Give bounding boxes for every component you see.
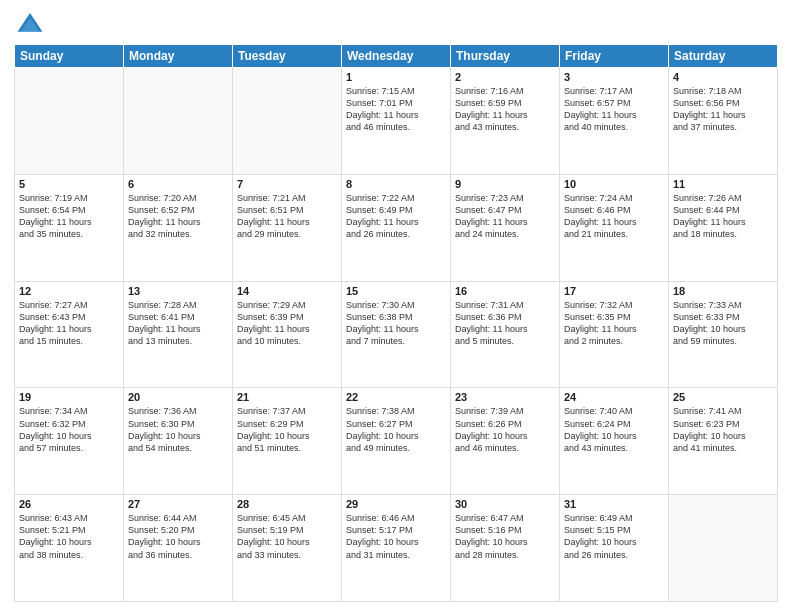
calendar-week-row: 19Sunrise: 7:34 AM Sunset: 6:32 PM Dayli… — [15, 388, 778, 495]
calendar-day-cell — [669, 495, 778, 602]
day-info: Sunrise: 6:49 AM Sunset: 5:15 PM Dayligh… — [564, 512, 664, 561]
calendar-day-cell: 23Sunrise: 7:39 AM Sunset: 6:26 PM Dayli… — [451, 388, 560, 495]
weekday-header: Wednesday — [342, 45, 451, 68]
weekday-header: Tuesday — [233, 45, 342, 68]
calendar-day-cell: 9Sunrise: 7:23 AM Sunset: 6:47 PM Daylig… — [451, 174, 560, 281]
calendar: SundayMondayTuesdayWednesdayThursdayFrid… — [14, 44, 778, 602]
day-number: 15 — [346, 285, 446, 297]
day-info: Sunrise: 6:43 AM Sunset: 5:21 PM Dayligh… — [19, 512, 119, 561]
day-number: 2 — [455, 71, 555, 83]
day-number: 13 — [128, 285, 228, 297]
calendar-day-cell: 1Sunrise: 7:15 AM Sunset: 7:01 PM Daylig… — [342, 68, 451, 175]
day-info: Sunrise: 7:31 AM Sunset: 6:36 PM Dayligh… — [455, 299, 555, 348]
day-info: Sunrise: 7:36 AM Sunset: 6:30 PM Dayligh… — [128, 405, 228, 454]
calendar-day-cell: 17Sunrise: 7:32 AM Sunset: 6:35 PM Dayli… — [560, 281, 669, 388]
day-number: 4 — [673, 71, 773, 83]
day-number: 16 — [455, 285, 555, 297]
calendar-day-cell: 13Sunrise: 7:28 AM Sunset: 6:41 PM Dayli… — [124, 281, 233, 388]
day-info: Sunrise: 7:17 AM Sunset: 6:57 PM Dayligh… — [564, 85, 664, 134]
day-number: 21 — [237, 391, 337, 403]
calendar-day-cell: 29Sunrise: 6:46 AM Sunset: 5:17 PM Dayli… — [342, 495, 451, 602]
calendar-day-cell: 31Sunrise: 6:49 AM Sunset: 5:15 PM Dayli… — [560, 495, 669, 602]
day-number: 11 — [673, 178, 773, 190]
calendar-day-cell: 30Sunrise: 6:47 AM Sunset: 5:16 PM Dayli… — [451, 495, 560, 602]
day-number: 22 — [346, 391, 446, 403]
day-info: Sunrise: 6:46 AM Sunset: 5:17 PM Dayligh… — [346, 512, 446, 561]
day-info: Sunrise: 7:33 AM Sunset: 6:33 PM Dayligh… — [673, 299, 773, 348]
calendar-week-row: 12Sunrise: 7:27 AM Sunset: 6:43 PM Dayli… — [15, 281, 778, 388]
day-info: Sunrise: 6:44 AM Sunset: 5:20 PM Dayligh… — [128, 512, 228, 561]
calendar-day-cell: 6Sunrise: 7:20 AM Sunset: 6:52 PM Daylig… — [124, 174, 233, 281]
day-number: 29 — [346, 498, 446, 510]
day-info: Sunrise: 7:19 AM Sunset: 6:54 PM Dayligh… — [19, 192, 119, 241]
day-number: 12 — [19, 285, 119, 297]
calendar-day-cell: 11Sunrise: 7:26 AM Sunset: 6:44 PM Dayli… — [669, 174, 778, 281]
day-info: Sunrise: 7:22 AM Sunset: 6:49 PM Dayligh… — [346, 192, 446, 241]
calendar-day-cell: 19Sunrise: 7:34 AM Sunset: 6:32 PM Dayli… — [15, 388, 124, 495]
day-info: Sunrise: 7:41 AM Sunset: 6:23 PM Dayligh… — [673, 405, 773, 454]
calendar-day-cell: 21Sunrise: 7:37 AM Sunset: 6:29 PM Dayli… — [233, 388, 342, 495]
day-info: Sunrise: 7:32 AM Sunset: 6:35 PM Dayligh… — [564, 299, 664, 348]
day-info: Sunrise: 7:39 AM Sunset: 6:26 PM Dayligh… — [455, 405, 555, 454]
calendar-day-cell: 8Sunrise: 7:22 AM Sunset: 6:49 PM Daylig… — [342, 174, 451, 281]
calendar-day-cell: 15Sunrise: 7:30 AM Sunset: 6:38 PM Dayli… — [342, 281, 451, 388]
calendar-day-cell: 20Sunrise: 7:36 AM Sunset: 6:30 PM Dayli… — [124, 388, 233, 495]
day-info: Sunrise: 7:34 AM Sunset: 6:32 PM Dayligh… — [19, 405, 119, 454]
calendar-body: 1Sunrise: 7:15 AM Sunset: 7:01 PM Daylig… — [15, 68, 778, 602]
day-info: Sunrise: 7:23 AM Sunset: 6:47 PM Dayligh… — [455, 192, 555, 241]
day-info: Sunrise: 7:37 AM Sunset: 6:29 PM Dayligh… — [237, 405, 337, 454]
calendar-week-row: 5Sunrise: 7:19 AM Sunset: 6:54 PM Daylig… — [15, 174, 778, 281]
day-info: Sunrise: 7:40 AM Sunset: 6:24 PM Dayligh… — [564, 405, 664, 454]
day-number: 9 — [455, 178, 555, 190]
day-info: Sunrise: 7:28 AM Sunset: 6:41 PM Dayligh… — [128, 299, 228, 348]
calendar-day-cell: 24Sunrise: 7:40 AM Sunset: 6:24 PM Dayli… — [560, 388, 669, 495]
day-number: 18 — [673, 285, 773, 297]
logo — [14, 10, 46, 38]
weekday-header: Monday — [124, 45, 233, 68]
day-info: Sunrise: 7:38 AM Sunset: 6:27 PM Dayligh… — [346, 405, 446, 454]
day-number: 8 — [346, 178, 446, 190]
calendar-day-cell: 12Sunrise: 7:27 AM Sunset: 6:43 PM Dayli… — [15, 281, 124, 388]
calendar-day-cell: 2Sunrise: 7:16 AM Sunset: 6:59 PM Daylig… — [451, 68, 560, 175]
day-number: 30 — [455, 498, 555, 510]
weekday-header: Thursday — [451, 45, 560, 68]
calendar-header: SundayMondayTuesdayWednesdayThursdayFrid… — [15, 45, 778, 68]
weekday-header: Sunday — [15, 45, 124, 68]
day-number: 25 — [673, 391, 773, 403]
day-number: 23 — [455, 391, 555, 403]
calendar-day-cell: 10Sunrise: 7:24 AM Sunset: 6:46 PM Dayli… — [560, 174, 669, 281]
calendar-day-cell: 3Sunrise: 7:17 AM Sunset: 6:57 PM Daylig… — [560, 68, 669, 175]
day-number: 14 — [237, 285, 337, 297]
calendar-day-cell: 25Sunrise: 7:41 AM Sunset: 6:23 PM Dayli… — [669, 388, 778, 495]
day-number: 5 — [19, 178, 119, 190]
day-info: Sunrise: 7:24 AM Sunset: 6:46 PM Dayligh… — [564, 192, 664, 241]
calendar-day-cell: 18Sunrise: 7:33 AM Sunset: 6:33 PM Dayli… — [669, 281, 778, 388]
calendar-day-cell: 5Sunrise: 7:19 AM Sunset: 6:54 PM Daylig… — [15, 174, 124, 281]
calendar-day-cell: 26Sunrise: 6:43 AM Sunset: 5:21 PM Dayli… — [15, 495, 124, 602]
calendar-day-cell: 28Sunrise: 6:45 AM Sunset: 5:19 PM Dayli… — [233, 495, 342, 602]
calendar-day-cell — [233, 68, 342, 175]
calendar-week-row: 1Sunrise: 7:15 AM Sunset: 7:01 PM Daylig… — [15, 68, 778, 175]
day-info: Sunrise: 6:47 AM Sunset: 5:16 PM Dayligh… — [455, 512, 555, 561]
day-number: 24 — [564, 391, 664, 403]
day-number: 27 — [128, 498, 228, 510]
calendar-day-cell: 7Sunrise: 7:21 AM Sunset: 6:51 PM Daylig… — [233, 174, 342, 281]
weekday-header: Saturday — [669, 45, 778, 68]
day-number: 20 — [128, 391, 228, 403]
day-number: 31 — [564, 498, 664, 510]
day-info: Sunrise: 7:30 AM Sunset: 6:38 PM Dayligh… — [346, 299, 446, 348]
calendar-day-cell: 27Sunrise: 6:44 AM Sunset: 5:20 PM Dayli… — [124, 495, 233, 602]
day-info: Sunrise: 7:29 AM Sunset: 6:39 PM Dayligh… — [237, 299, 337, 348]
day-info: Sunrise: 7:16 AM Sunset: 6:59 PM Dayligh… — [455, 85, 555, 134]
day-info: Sunrise: 7:15 AM Sunset: 7:01 PM Dayligh… — [346, 85, 446, 134]
day-number: 26 — [19, 498, 119, 510]
day-number: 28 — [237, 498, 337, 510]
calendar-day-cell: 22Sunrise: 7:38 AM Sunset: 6:27 PM Dayli… — [342, 388, 451, 495]
calendar-day-cell: 4Sunrise: 7:18 AM Sunset: 6:56 PM Daylig… — [669, 68, 778, 175]
header — [14, 10, 778, 38]
day-info: Sunrise: 7:27 AM Sunset: 6:43 PM Dayligh… — [19, 299, 119, 348]
calendar-day-cell — [124, 68, 233, 175]
logo-icon — [16, 10, 44, 38]
calendar-day-cell: 14Sunrise: 7:29 AM Sunset: 6:39 PM Dayli… — [233, 281, 342, 388]
day-number: 1 — [346, 71, 446, 83]
